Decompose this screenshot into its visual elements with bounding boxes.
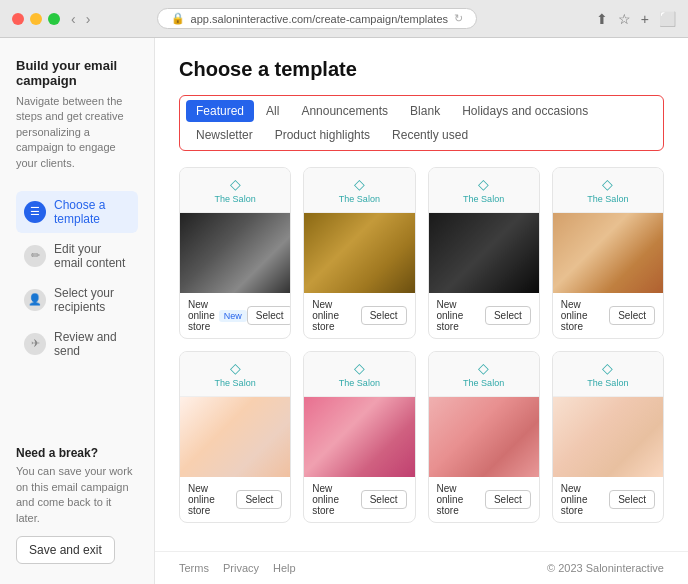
maximize-button[interactable] [48,13,60,25]
brand-logo-icon-7: ◇ [478,360,489,376]
brand-name-5: The Salon [215,378,256,388]
cat-tab-product-highlights[interactable]: Product highlights [265,124,380,146]
brand-name-6: The Salon [339,378,380,388]
brand-logo-icon-8: ◇ [602,360,613,376]
template-name-8: New online store [561,483,609,516]
select-button-2[interactable]: Select [361,306,407,325]
select-button-1[interactable]: Select [247,306,292,325]
category-tabs: FeaturedAllAnnouncementsBlankHolidays an… [179,95,664,151]
template-card-5[interactable]: ◇The SalonNew online storeSelect [179,351,291,523]
brand-logo-icon-6: ◇ [354,360,365,376]
cat-tab-all[interactable]: All [256,100,289,122]
brand-logo-icon-1: ◇ [230,176,241,192]
share-icon[interactable]: ⬆ [596,11,608,27]
cat-tab-recently-used[interactable]: Recently used [382,124,478,146]
browser-actions: ⬆ ☆ + ⬜ [596,11,676,27]
card-image-2 [304,213,414,293]
template-card-8[interactable]: ◇The SalonNew online storeSelect [552,351,664,523]
extensions-icon[interactable]: ⬜ [659,11,676,27]
card-footer-5: New online storeSelect [180,477,290,522]
template-name-2: New online store [312,299,360,332]
step-icon-edit-content: ✏ [24,245,46,267]
template-card-7[interactable]: ◇The SalonNew online storeSelect [428,351,540,523]
add-tab-icon[interactable]: + [641,11,649,27]
card-header-8: ◇The Salon [553,352,663,397]
template-card-4[interactable]: ◇The SalonNew online storeSelect [552,167,664,339]
template-card-3[interactable]: ◇The SalonNew online storeSelect [428,167,540,339]
url-text: app.saloninteractive.com/create-campaign… [191,13,448,25]
card-image-5 [180,397,290,477]
card-image-7 [429,397,539,477]
refresh-icon: ↻ [454,12,463,25]
brand-logo-icon-3: ◇ [478,176,489,192]
forward-button[interactable]: › [83,11,94,27]
nav-buttons: ‹ › [68,11,93,27]
minimize-button[interactable] [30,13,42,25]
template-name-5: New online store [188,483,236,516]
footer-links: TermsPrivacyHelp [179,562,296,574]
save-exit-button[interactable]: Save and exit [16,536,115,564]
card-footer-1: New online storeNewSelect [180,293,290,338]
cat-tab-newsletter[interactable]: Newsletter [186,124,263,146]
footer-link-terms[interactable]: Terms [179,562,209,574]
back-button[interactable]: ‹ [68,11,79,27]
sidebar-step-choose-template[interactable]: ☰Choose a template [16,191,138,233]
address-bar[interactable]: 🔒 app.saloninteractive.com/create-campai… [157,8,477,29]
card-footer-2: New online storeSelect [304,293,414,338]
step-icon-review-send: ✈ [24,333,46,355]
traffic-lights [12,13,60,25]
template-name-6: New online store [312,483,360,516]
sidebar-subtitle: Navigate between the steps and get creat… [16,94,138,171]
brand-logo-icon-2: ◇ [354,176,365,192]
template-card-6[interactable]: ◇The SalonNew online storeSelect [303,351,415,523]
bookmark-icon[interactable]: ☆ [618,11,631,27]
card-footer-6: New online storeSelect [304,477,414,522]
step-label-select-recipients: Select your recipients [54,286,130,314]
close-button[interactable] [12,13,24,25]
cat-tab-holidays[interactable]: Holidays and occasions [452,100,598,122]
card-header-1: ◇The Salon [180,168,290,213]
sidebar-step-select-recipients[interactable]: 👤Select your recipients [16,279,138,321]
lock-icon: 🔒 [171,12,185,25]
copyright: © 2023 Saloninteractive [547,562,664,574]
select-button-7[interactable]: Select [485,490,531,509]
step-label-review-send: Review and send [54,330,130,358]
select-button-5[interactable]: Select [236,490,282,509]
card-image-8 [553,397,663,477]
card-footer-3: New online storeSelect [429,293,539,338]
card-footer-8: New online storeSelect [553,477,663,522]
footer-link-privacy[interactable]: Privacy [223,562,259,574]
template-card-2[interactable]: ◇The SalonNew online storeSelect [303,167,415,339]
brand-name-3: The Salon [463,194,504,204]
footer: TermsPrivacyHelp © 2023 Saloninteractive [155,551,688,584]
card-image-6 [304,397,414,477]
card-image-1 [180,213,290,293]
sidebar-bottom: Need a break? You can save your work on … [16,446,138,564]
template-card-1[interactable]: ◇The SalonNew online storeNewSelect [179,167,291,339]
cat-tab-announcements[interactable]: Announcements [291,100,398,122]
card-header-3: ◇The Salon [429,168,539,213]
brand-name-8: The Salon [587,378,628,388]
cat-tab-blank[interactable]: Blank [400,100,450,122]
card-header-7: ◇The Salon [429,352,539,397]
sidebar-step-edit-content[interactable]: ✏Edit your email content [16,235,138,277]
sidebar: Build your email campaign Navigate betwe… [0,38,155,584]
select-button-4[interactable]: Select [609,306,655,325]
card-header-2: ◇The Salon [304,168,414,213]
cat-tab-featured[interactable]: Featured [186,100,254,122]
select-button-8[interactable]: Select [609,490,655,509]
sidebar-steps: ☰Choose a template✏Edit your email conte… [16,191,138,365]
template-name-7: New online store [437,483,485,516]
select-button-3[interactable]: Select [485,306,531,325]
card-image-3 [429,213,539,293]
app-layout: Build your email campaign Navigate betwe… [0,38,688,584]
step-icon-select-recipients: 👤 [24,289,46,311]
main-content: Choose a template FeaturedAllAnnouncemen… [155,38,688,551]
select-button-6[interactable]: Select [361,490,407,509]
step-icon-choose-template: ☰ [24,201,46,223]
sidebar-step-review-send[interactable]: ✈Review and send [16,323,138,365]
page-title: Choose a template [179,58,664,81]
card-footer-7: New online storeSelect [429,477,539,522]
footer-link-help[interactable]: Help [273,562,296,574]
card-image-4 [553,213,663,293]
